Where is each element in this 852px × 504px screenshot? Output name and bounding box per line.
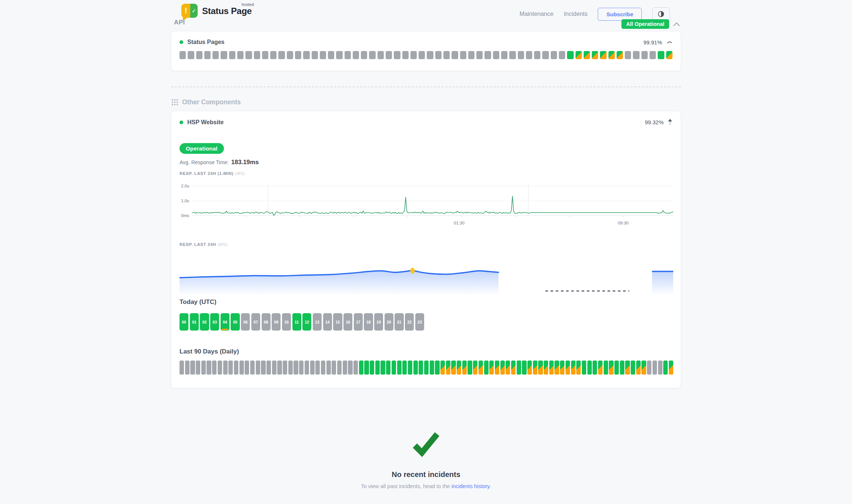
incidents-history-link[interactable]: incidents history [452,483,490,489]
day-block[interactable] [467,361,472,375]
hour-block-19[interactable]: 19 [374,313,383,331]
day-block[interactable] [343,361,347,375]
uptime-bar[interactable] [427,51,433,59]
day-block[interactable] [554,361,559,375]
uptime-bar[interactable] [254,51,260,59]
uptime-bar[interactable] [328,51,334,59]
uptime-bar[interactable] [641,51,648,59]
uptime-bar[interactable] [468,51,474,59]
day-block[interactable] [375,361,380,375]
uptime-bar[interactable] [501,51,507,59]
uptime-bar[interactable] [336,51,342,59]
uptime-bar[interactable] [658,51,664,59]
day-block[interactable] [256,361,260,375]
uptime-bar[interactable] [410,51,417,59]
uptime-bar[interactable] [518,51,524,59]
uptime-bar[interactable] [270,51,276,59]
day-block[interactable] [506,361,510,375]
day-block[interactable] [669,361,673,375]
day-block[interactable] [620,361,624,375]
day-block[interactable] [479,361,483,375]
day-block[interactable] [337,361,342,375]
day-block[interactable] [234,361,238,375]
uptime-bar[interactable] [295,51,301,59]
day-block[interactable] [370,361,374,375]
day-block[interactable] [310,361,315,375]
uptime-bar[interactable] [361,51,367,59]
day-block[interactable] [457,361,461,375]
hour-block-12[interactable]: 12 [302,313,311,331]
uptime-bar[interactable] [633,51,639,59]
hour-block-07[interactable]: 07 [251,313,260,331]
day-block[interactable] [566,361,570,375]
hour-block-16[interactable]: 16 [343,313,352,331]
day-block[interactable] [549,361,554,375]
day-block[interactable] [180,361,184,375]
uptime-bar[interactable] [452,51,458,59]
day-block[interactable] [533,361,537,375]
day-block[interactable] [261,361,265,375]
day-block[interactable] [653,361,657,375]
hour-block-02[interactable]: 02 [200,313,209,331]
day-block[interactable] [250,361,255,375]
hour-block-06[interactable]: 06 [241,313,250,331]
day-block[interactable] [201,361,206,375]
day-block[interactable] [299,361,303,375]
uptime-bar[interactable] [460,51,466,59]
day-block[interactable] [484,361,489,375]
hour-block-21[interactable]: 21 [395,313,403,331]
day-block[interactable] [315,361,320,375]
day-block[interactable] [245,361,249,375]
day-block[interactable] [500,361,505,375]
day-block[interactable] [239,361,244,375]
refresh-icon[interactable] [666,39,672,45]
day-block[interactable] [527,361,532,375]
uptime-bar[interactable] [188,51,194,59]
uptime-bar[interactable] [484,51,491,59]
hour-block-09[interactable]: 09 [272,313,281,331]
day-block[interactable] [364,361,369,375]
uptime-bar[interactable] [600,51,606,59]
day-block[interactable] [212,361,217,375]
uptime-bar[interactable] [419,51,425,59]
day-block[interactable] [283,361,287,375]
day-block[interactable] [223,361,228,375]
hour-block-11[interactable]: 11 [292,313,301,331]
uptime-bar[interactable] [378,51,384,59]
hour-block-18[interactable]: 18 [364,313,373,331]
day-block[interactable] [190,361,195,375]
uptime-bar[interactable] [287,51,293,59]
day-block[interactable] [218,361,222,375]
day-block[interactable] [636,361,641,375]
uptime-bar[interactable] [303,51,309,59]
uptime-bar[interactable] [345,51,351,59]
day-block[interactable] [663,361,668,375]
hour-block-23[interactable]: 23 [415,313,424,331]
day-block[interactable] [641,361,646,375]
hour-block-03[interactable]: 03 [210,313,219,331]
day-block[interactable] [293,361,298,375]
hour-block-14[interactable]: 14 [323,313,332,331]
day-block[interactable] [228,361,233,375]
uptime-bar[interactable] [386,51,392,59]
day-block[interactable] [408,361,412,375]
uptime-bar[interactable] [542,51,549,59]
day-block[interactable] [380,361,385,375]
day-block[interactable] [430,361,434,375]
uptime-bar[interactable] [312,51,318,59]
day-block[interactable] [353,361,358,375]
day-block[interactable] [511,361,516,375]
uptime-bar[interactable] [526,51,532,59]
hour-block-08[interactable]: 08 [262,313,271,331]
uptime-bar[interactable] [229,51,235,59]
day-block[interactable] [386,361,390,375]
uptime-bar[interactable] [493,51,499,59]
day-block[interactable] [576,361,581,375]
day-block[interactable] [440,361,445,375]
response-time-area-chart[interactable] [180,254,673,298]
day-block[interactable] [397,361,402,375]
day-block[interactable] [392,361,396,375]
uptime-bar[interactable] [650,51,656,59]
day-block[interactable] [288,361,293,375]
day-block[interactable] [402,361,407,375]
